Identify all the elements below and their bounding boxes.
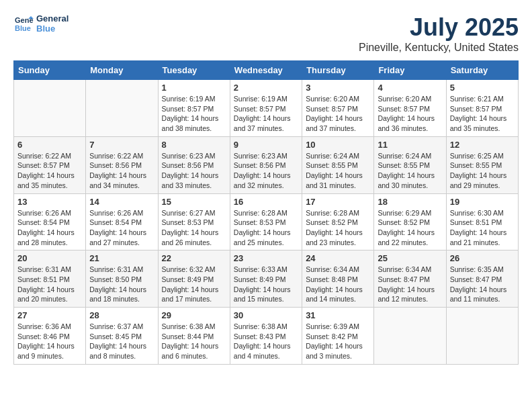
day-info: Sunrise: 6:22 AMSunset: 8:56 PMDaylight:…: [89, 151, 154, 191]
day-number: 11: [378, 140, 442, 150]
calendar-cell: 13Sunrise: 6:26 AMSunset: 8:54 PMDayligh…: [14, 193, 86, 250]
weekday-header-row: SundayMondayTuesdayWednesdayThursdayFrid…: [14, 61, 519, 80]
day-number: 28: [89, 310, 154, 320]
day-number: 26: [450, 253, 515, 263]
day-number: 12: [450, 140, 515, 150]
day-info: Sunrise: 6:39 AMSunset: 8:42 PMDaylight:…: [306, 322, 370, 361]
day-number: 3: [306, 83, 370, 93]
day-number: 1: [162, 83, 226, 93]
day-info: Sunrise: 6:23 AMSunset: 8:56 PMDaylight:…: [234, 151, 298, 191]
day-number: 4: [378, 83, 442, 93]
calendar-cell: 27Sunrise: 6:36 AMSunset: 8:46 PMDayligh…: [14, 308, 86, 365]
calendar-cell: 2Sunrise: 6:19 AMSunset: 8:57 PMDaylight…: [230, 80, 302, 137]
calendar-cell: 12Sunrise: 6:25 AMSunset: 8:55 PMDayligh…: [446, 136, 518, 193]
header-sunday: Sunday: [14, 61, 86, 80]
day-number: 21: [89, 253, 154, 263]
title-block: July 2025 Pineville, Kentucky, United St…: [359, 13, 519, 54]
day-info: Sunrise: 6:28 AMSunset: 8:53 PMDaylight:…: [234, 208, 298, 248]
day-info: Sunrise: 6:36 AMSunset: 8:46 PMDaylight:…: [17, 322, 82, 361]
logo: General Blue General Blue: [13, 13, 69, 34]
calendar-cell: 31Sunrise: 6:39 AMSunset: 8:42 PMDayligh…: [302, 308, 374, 365]
day-number: 8: [162, 140, 226, 150]
day-info: Sunrise: 6:33 AMSunset: 8:49 PMDaylight:…: [234, 265, 298, 304]
calendar-cell: 17Sunrise: 6:28 AMSunset: 8:52 PMDayligh…: [302, 193, 374, 250]
day-info: Sunrise: 6:25 AMSunset: 8:55 PMDaylight:…: [450, 151, 515, 191]
logo-icon: General Blue: [13, 13, 34, 34]
calendar-cell: 16Sunrise: 6:28 AMSunset: 8:53 PMDayligh…: [230, 193, 302, 250]
calendar-cell: 26Sunrise: 6:35 AMSunset: 8:47 PMDayligh…: [446, 250, 518, 308]
day-info: Sunrise: 6:28 AMSunset: 8:52 PMDaylight:…: [306, 208, 370, 248]
calendar-cell: 4Sunrise: 6:20 AMSunset: 8:57 PMDaylight…: [374, 80, 446, 137]
calendar-cell: 20Sunrise: 6:31 AMSunset: 8:51 PMDayligh…: [14, 250, 86, 308]
day-number: 9: [234, 140, 298, 150]
calendar-cell: 7Sunrise: 6:22 AMSunset: 8:56 PMDaylight…: [86, 136, 158, 193]
day-number: 13: [17, 197, 82, 207]
day-info: Sunrise: 6:38 AMSunset: 8:43 PMDaylight:…: [234, 322, 298, 361]
header-saturday: Saturday: [446, 61, 518, 80]
calendar-cell: 15Sunrise: 6:27 AMSunset: 8:53 PMDayligh…: [158, 193, 230, 250]
day-number: 2: [234, 83, 298, 93]
header-friday: Friday: [374, 61, 446, 80]
day-info: Sunrise: 6:20 AMSunset: 8:57 PMDaylight:…: [378, 94, 442, 134]
header-wednesday: Wednesday: [230, 61, 302, 80]
calendar-week-5: 27Sunrise: 6:36 AMSunset: 8:46 PMDayligh…: [14, 308, 519, 365]
day-number: 17: [306, 197, 370, 207]
day-number: 6: [17, 140, 82, 150]
calendar-week-2: 6Sunrise: 6:22 AMSunset: 8:57 PMDaylight…: [14, 136, 519, 193]
main-title: July 2025: [359, 13, 519, 42]
svg-text:Blue: Blue: [15, 24, 31, 32]
day-info: Sunrise: 6:29 AMSunset: 8:52 PMDaylight:…: [378, 208, 442, 248]
logo-line1: General: [36, 13, 69, 24]
calendar-cell: 25Sunrise: 6:34 AMSunset: 8:47 PMDayligh…: [374, 250, 446, 308]
calendar-cell: 22Sunrise: 6:32 AMSunset: 8:49 PMDayligh…: [158, 250, 230, 308]
calendar-cell: 14Sunrise: 6:26 AMSunset: 8:54 PMDayligh…: [86, 193, 158, 250]
calendar-cell: 3Sunrise: 6:20 AMSunset: 8:57 PMDaylight…: [302, 80, 374, 137]
logo-line2: Blue: [36, 24, 69, 34]
calendar-week-1: 1Sunrise: 6:19 AMSunset: 8:57 PMDaylight…: [14, 80, 519, 137]
calendar-cell: 19Sunrise: 6:30 AMSunset: 8:51 PMDayligh…: [446, 193, 518, 250]
day-number: 27: [17, 310, 82, 320]
calendar-week-3: 13Sunrise: 6:26 AMSunset: 8:54 PMDayligh…: [14, 193, 519, 250]
day-number: 30: [234, 310, 298, 320]
day-info: Sunrise: 6:20 AMSunset: 8:57 PMDaylight:…: [306, 94, 370, 134]
day-number: 15: [162, 197, 226, 207]
calendar-cell: [86, 80, 158, 137]
day-number: 22: [162, 253, 226, 263]
calendar-cell: [446, 308, 518, 365]
header-monday: Monday: [86, 61, 158, 80]
calendar-cell: 18Sunrise: 6:29 AMSunset: 8:52 PMDayligh…: [374, 193, 446, 250]
calendar-cell: 5Sunrise: 6:21 AMSunset: 8:57 PMDaylight…: [446, 80, 518, 137]
page-header: General Blue General Blue July 2025 Pine…: [13, 13, 519, 54]
subtitle: Pineville, Kentucky, United States: [359, 42, 519, 54]
day-info: Sunrise: 6:21 AMSunset: 8:57 PMDaylight:…: [450, 94, 515, 134]
day-info: Sunrise: 6:19 AMSunset: 8:57 PMDaylight:…: [234, 94, 298, 134]
header-tuesday: Tuesday: [158, 61, 230, 80]
day-info: Sunrise: 6:38 AMSunset: 8:44 PMDaylight:…: [162, 322, 226, 361]
day-info: Sunrise: 6:30 AMSunset: 8:51 PMDaylight:…: [450, 208, 515, 248]
calendar-week-4: 20Sunrise: 6:31 AMSunset: 8:51 PMDayligh…: [14, 250, 519, 308]
day-number: 24: [306, 253, 370, 263]
day-info: Sunrise: 6:27 AMSunset: 8:53 PMDaylight:…: [162, 208, 226, 248]
day-info: Sunrise: 6:22 AMSunset: 8:57 PMDaylight:…: [17, 151, 82, 191]
day-number: 19: [450, 197, 515, 207]
calendar-cell: [14, 80, 86, 137]
calendar-cell: 30Sunrise: 6:38 AMSunset: 8:43 PMDayligh…: [230, 308, 302, 365]
day-number: 29: [162, 310, 226, 320]
calendar-cell: 9Sunrise: 6:23 AMSunset: 8:56 PMDaylight…: [230, 136, 302, 193]
day-number: 5: [450, 83, 515, 93]
day-info: Sunrise: 6:26 AMSunset: 8:54 PMDaylight:…: [17, 208, 82, 248]
calendar-cell: 23Sunrise: 6:33 AMSunset: 8:49 PMDayligh…: [230, 250, 302, 308]
day-info: Sunrise: 6:24 AMSunset: 8:55 PMDaylight:…: [378, 151, 442, 191]
day-info: Sunrise: 6:24 AMSunset: 8:55 PMDaylight:…: [306, 151, 370, 191]
day-info: Sunrise: 6:34 AMSunset: 8:47 PMDaylight:…: [378, 265, 442, 304]
calendar-cell: 28Sunrise: 6:37 AMSunset: 8:45 PMDayligh…: [86, 308, 158, 365]
day-number: 10: [306, 140, 370, 150]
day-info: Sunrise: 6:23 AMSunset: 8:56 PMDaylight:…: [162, 151, 226, 191]
day-info: Sunrise: 6:31 AMSunset: 8:51 PMDaylight:…: [17, 265, 82, 304]
calendar-cell: 10Sunrise: 6:24 AMSunset: 8:55 PMDayligh…: [302, 136, 374, 193]
day-number: 18: [378, 197, 442, 207]
day-number: 23: [234, 253, 298, 263]
calendar-cell: [374, 308, 446, 365]
header-thursday: Thursday: [302, 61, 374, 80]
calendar-cell: 1Sunrise: 6:19 AMSunset: 8:57 PMDaylight…: [158, 80, 230, 137]
